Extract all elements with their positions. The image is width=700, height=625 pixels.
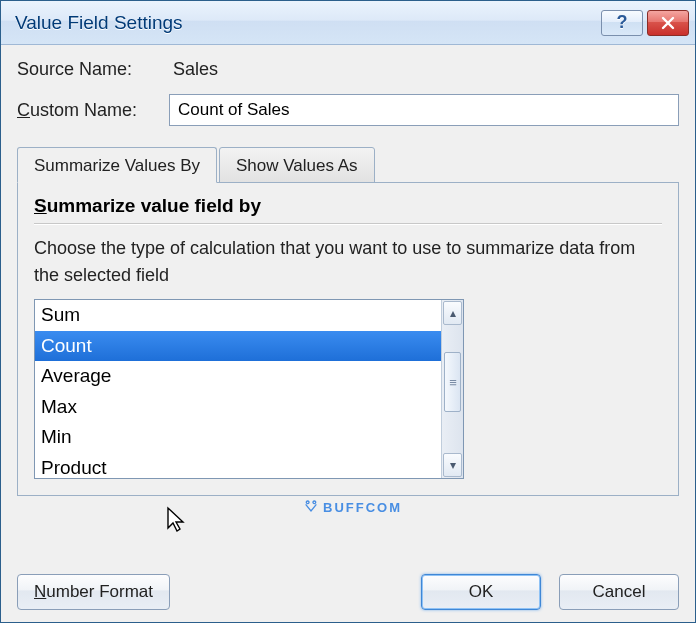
scroll-down-arrow[interactable]: ▾	[443, 453, 462, 477]
cursor-icon	[166, 506, 188, 538]
custom-name-input[interactable]	[169, 94, 679, 126]
dialog-body: Source Name: Sales Custom Name: Summariz…	[1, 45, 695, 622]
close-icon	[660, 16, 676, 30]
tab-show-values-as[interactable]: Show Values As	[219, 147, 375, 183]
tab-strip: Summarize Values By Show Values As	[17, 146, 679, 182]
section-heading: Summarize value field by	[34, 195, 662, 217]
section-divider	[34, 223, 662, 225]
close-button[interactable]	[647, 10, 689, 36]
titlebar-buttons: ?	[601, 10, 689, 36]
section-description: Choose the type of calculation that you …	[34, 235, 662, 289]
tab-panel: Summarize value field by Choose the type…	[17, 182, 679, 496]
value-field-settings-dialog: Value Field Settings ? Source Name: Sale…	[0, 0, 696, 623]
list-item[interactable]: Sum	[35, 300, 441, 331]
source-name-row: Source Name: Sales	[17, 59, 679, 80]
help-button[interactable]: ?	[601, 10, 643, 36]
custom-name-row: Custom Name:	[17, 94, 679, 126]
list-item[interactable]: Average	[35, 361, 441, 392]
calculation-listbox[interactable]: SumCountAverageMaxMinProduct ▴ ▾	[34, 299, 464, 479]
tab-summarize-values-by[interactable]: Summarize Values By	[17, 147, 217, 183]
custom-name-label: Custom Name:	[17, 100, 169, 121]
dialog-footer: Number Format OK Cancel	[17, 552, 679, 610]
scroll-track[interactable]	[442, 412, 463, 452]
list-item[interactable]: Min	[35, 422, 441, 453]
source-name-label: Source Name:	[17, 59, 169, 80]
scrollbar[interactable]: ▴ ▾	[441, 300, 463, 478]
watermark: BUFFCOM	[303, 499, 402, 515]
list-item[interactable]: Product	[35, 453, 441, 478]
cancel-button[interactable]: Cancel	[559, 574, 679, 610]
scroll-up-arrow[interactable]: ▴	[443, 301, 462, 325]
scroll-thumb[interactable]	[444, 352, 461, 412]
dialog-title: Value Field Settings	[15, 12, 601, 34]
help-icon: ?	[617, 12, 628, 33]
list-item[interactable]: Max	[35, 392, 441, 423]
titlebar[interactable]: Value Field Settings ?	[1, 1, 695, 45]
ok-button[interactable]: OK	[421, 574, 541, 610]
source-name-value: Sales	[169, 59, 218, 80]
number-format-button[interactable]: Number Format	[17, 574, 170, 610]
list-item[interactable]: Count	[35, 331, 441, 362]
